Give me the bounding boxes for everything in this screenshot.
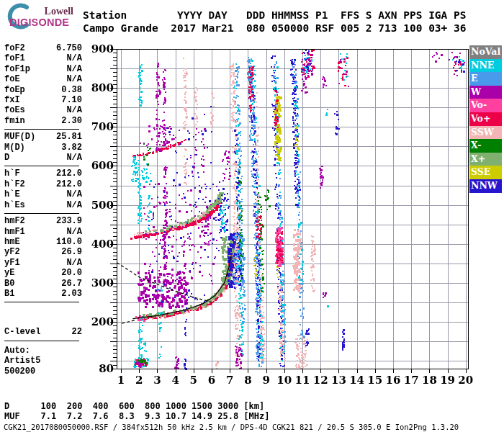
distance-row: D 100 200 400 600 800 1000 1500 3000 [km… [4,401,264,411]
panel-divider [4,166,79,166]
legend-item-ssw: SSW [469,126,502,140]
auto-info-line: 500200 [4,366,82,377]
param-label: foF1 [4,53,25,63]
panel-divider [4,341,79,341]
legend-item-vo: Vo+ [469,112,502,126]
y-axis-tick-label: 200 [82,315,114,328]
param-label: fxI [4,95,20,105]
param-row: h`F212.0 [4,168,82,179]
param-row: yF226.9 [4,247,82,257]
param-label: hmF1 [4,227,25,237]
x-axis-tick-label: 16 [384,374,402,387]
x-axis-tick-label: 6 [202,374,221,387]
param-value: 2.30 [61,116,82,126]
param-label: h`F2 [4,179,25,189]
param-label: foEs [4,105,25,115]
param-row: fmin2.30 [4,116,82,126]
param-value: 3.82 [61,143,82,153]
param-label: fmin [4,116,25,126]
param-value: 26.7 [61,279,82,289]
legend-item-e: E [469,72,502,86]
x-axis-tick-label: 18 [420,374,438,387]
param-value: 6.750 [56,43,82,53]
y-axis-tick-label: 400 [82,238,114,251]
param-value: 2.03 [61,289,82,299]
param-label: B1 [4,289,14,299]
x-axis-tick-label: 3 [148,374,166,387]
legend-item-x: X+ [469,153,502,166]
param-value: 110.0 [56,237,82,247]
y-axis-tick-label: 900 [82,42,114,55]
param-row: DN/A [4,153,82,163]
x-axis-tick-label: 11 [293,374,312,387]
param-value: N/A [66,105,82,115]
param-row: hmE110.0 [4,237,82,247]
param-label: MUF(D) [4,132,35,142]
x-axis-tick-label: 12 [311,374,330,387]
x-axis-tick-label: 9 [257,374,276,387]
param-value: 212.0 [56,179,82,189]
legend-item-nne: NNE [469,59,502,73]
param-label: foF2 [4,43,25,53]
x-axis-tick-label: 4 [166,374,185,387]
param-row: h`F2212.0 [4,179,82,189]
param-row: foF1pN/A [4,64,82,74]
param-row: hmF2233.9 [4,216,82,226]
param-value: N/A [66,153,82,163]
param-label: h`Es [4,200,25,210]
panel-divider [4,213,79,214]
param-value: 0.38 [61,85,82,95]
legend-item-noval: NoVal [469,45,502,59]
param-value: 212.0 [56,168,82,179]
param-label: yF1 [4,258,20,268]
param-label: yF2 [4,247,20,257]
x-axis-tick-label: 1 [112,374,130,387]
param-row: MUF(D)25.81 [4,132,82,142]
x-axis-tick-label: 14 [348,374,366,387]
param-row: foEsN/A [4,105,82,115]
confidence-level-block: C-level22 [4,327,82,341]
parameter-panel: foF26.750foF1N/AfoF1pN/AfoEN/AfoEp0.38fx… [4,43,82,377]
param-label: foEp [4,85,25,95]
param-row: yF1N/A [4,258,82,268]
param-value: N/A [66,189,82,199]
param-row: yE20.0 [4,268,82,278]
x-axis-tick-label: 5 [184,374,203,387]
legend-item-nnw: NNW [469,179,502,193]
param-label: C-level [4,327,40,337]
x-axis-tick-label: 7 [220,374,239,387]
c-level-row: C-level22 [4,327,82,337]
param-value: N/A [66,258,82,268]
x-axis-tick-label: 8 [238,374,257,387]
param-value: 25.81 [56,132,82,142]
logo-lowell-text: Lowell [45,6,73,17]
param-value: N/A [66,53,82,63]
x-axis-tick-label: 10 [275,374,294,387]
y-axis-tick-label: 500 [82,199,114,212]
auto-info-line: Artist5 [4,356,82,366]
muf-row: MUF 7.1 7.2 7.6 8.3 9.3 10.7 14.9 25.8 [… [4,411,269,421]
y-axis-tick-label: 700 [82,120,114,133]
legend-item-w: W [469,86,502,99]
legend-item-vo: Vo- [469,99,502,112]
param-value: N/A [66,64,82,74]
param-row: B026.7 [4,279,82,289]
param-label: foE [4,74,20,84]
y-axis-tick-label: 600 [82,159,114,172]
param-row: B12.03 [4,289,82,299]
header-line-2: Campo Grande 2017 Mar21 080 050000 RSF 0… [83,22,467,34]
param-row: foEp0.38 [4,85,82,95]
x-axis-tick-label: 2 [130,374,148,387]
param-value: N/A [66,74,82,84]
param-value: N/A [66,227,82,237]
param-row: hmF1N/A [4,227,82,237]
legend-item-sse: SSE [469,166,502,179]
param-value: 233.9 [56,216,82,226]
param-value: 20.0 [61,268,82,278]
x-axis-tick-label: 13 [329,374,348,387]
param-row: foF1N/A [4,53,82,63]
param-label: h`F [4,168,20,179]
y-axis-tick-label: 800 [82,81,114,94]
param-row: foEN/A [4,74,82,84]
distance-muf-table: D 100 200 400 600 800 1000 1500 3000 [km… [4,401,269,421]
